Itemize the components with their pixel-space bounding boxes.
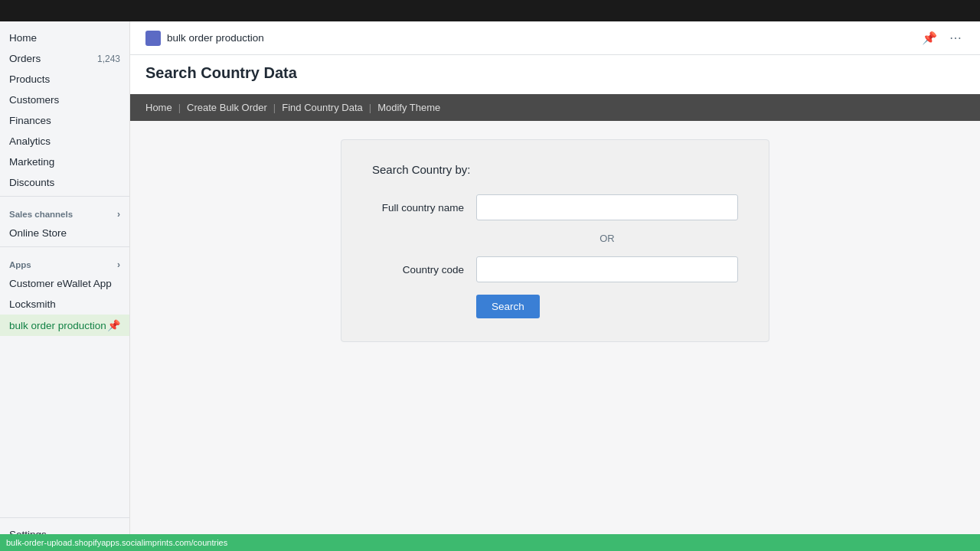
sidebar-item-finances[interactable]: Finances: [0, 110, 129, 131]
sidebar-item-marketing-label: Marketing: [9, 156, 54, 168]
header-app-title-row: bulk order production: [145, 31, 264, 46]
content-area: Search Country by: Full country name OR …: [130, 121, 980, 360]
nav-bar: Home | Create Bulk Order | Find Country …: [130, 94, 980, 121]
sidebar-item-orders-label: Orders: [9, 53, 41, 64]
sidebar-item-marketing[interactable]: Marketing: [0, 152, 129, 172]
sidebar-item-products[interactable]: Products: [0, 69, 129, 90]
nav-item-find-country-data[interactable]: Find Country Data: [282, 94, 363, 121]
sales-channels-section: Sales channels ›: [0, 200, 129, 223]
online-store-label: Online Store: [9, 227, 67, 239]
locksmith-label: Locksmith: [9, 298, 56, 310]
nav-item-modify-theme[interactable]: Modify Theme: [377, 94, 440, 121]
sidebar-item-home[interactable]: Home: [0, 28, 129, 48]
page-title-bar: Search Country Data: [130, 55, 980, 94]
pin-button[interactable]: 📌: [919, 29, 940, 47]
status-bar-text: bulk-order-upload.shopifyapps.socialimpr…: [6, 538, 227, 547]
form-row-country-code: Country code: [372, 256, 738, 282]
apps-expand-icon: ›: [117, 259, 120, 270]
sidebar-item-customer-ewallet[interactable]: Customer eWallet App: [0, 273, 129, 294]
or-divider: OR: [372, 233, 738, 244]
sidebar-item-home-label: Home: [9, 32, 37, 44]
form-row-full-country-name: Full country name: [372, 194, 738, 220]
sidebar-item-locksmith[interactable]: Locksmith: [0, 294, 129, 315]
customer-ewallet-label: Customer eWallet App: [9, 278, 112, 289]
divider-2: [0, 246, 129, 247]
orders-badge: 1,243: [97, 54, 120, 64]
sidebar-item-orders[interactable]: Orders 1,243: [0, 48, 129, 69]
search-button[interactable]: Search: [476, 295, 540, 318]
divider-1: [0, 196, 129, 197]
sidebar-item-finances-label: Finances: [9, 115, 51, 126]
sidebar-item-customers-label: Customers: [9, 94, 59, 106]
search-card: Search Country by: Full country name OR …: [341, 139, 769, 342]
app-title: bulk order production: [167, 32, 264, 44]
sidebar-item-bulk-order-production[interactable]: bulk order production 📌: [0, 315, 129, 336]
search-card-title: Search Country by:: [372, 163, 738, 176]
full-country-name-input[interactable]: [476, 194, 738, 220]
header-actions: 📌 ⋯: [919, 29, 965, 47]
page-title: Search Country Data: [145, 64, 965, 82]
more-button[interactable]: ⋯: [946, 29, 965, 47]
sidebar: Home Orders 1,243 Products Customers Fin…: [0, 21, 130, 551]
app-icon: [145, 31, 161, 46]
apps-section: Apps ›: [0, 250, 129, 273]
bulk-order-production-label: bulk order production: [9, 320, 106, 331]
main-content: bulk order production 📌 ⋯ Search Country…: [130, 21, 980, 551]
sidebar-item-online-store[interactable]: Online Store: [0, 223, 129, 243]
expand-icon: ›: [117, 209, 120, 220]
sidebar-item-products-label: Products: [9, 73, 50, 85]
full-country-name-label: Full country name: [372, 202, 464, 214]
sidebar-item-analytics[interactable]: Analytics: [0, 131, 129, 152]
sidebar-item-analytics-label: Analytics: [9, 135, 51, 147]
sidebar-item-customers[interactable]: Customers: [0, 90, 129, 110]
nav-item-create-bulk-order[interactable]: Create Bulk Order: [187, 94, 267, 121]
nav-item-home[interactable]: Home: [145, 94, 172, 121]
country-code-label: Country code: [372, 264, 464, 276]
country-code-input[interactable]: [476, 256, 738, 282]
status-bar: bulk-order-upload.shopifyapps.socialimpr…: [0, 534, 980, 551]
pin-icon: 📌: [107, 319, 120, 331]
top-bar: [0, 0, 980, 21]
sidebar-item-discounts[interactable]: Discounts: [0, 172, 129, 193]
sidebar-item-discounts-label: Discounts: [9, 177, 54, 188]
